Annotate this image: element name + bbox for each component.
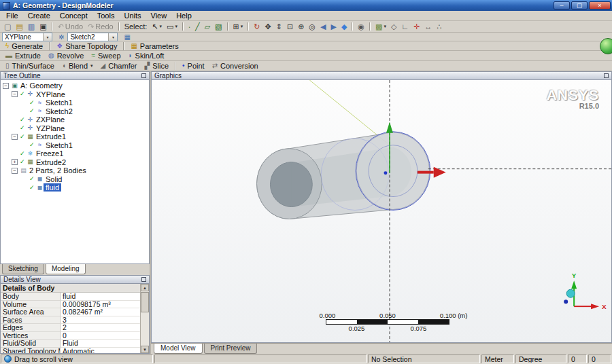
tab-modeling[interactable]: Modeling (46, 264, 86, 274)
next-view-icon[interactable]: ▶ (328, 22, 338, 32)
tree-item-extrude1-sketch1[interactable]: ✓ ≈ Sketch1 (1, 141, 149, 150)
details-row-value[interactable]: 0.00098175 m³ (61, 301, 140, 309)
expander-icon[interactable]: − (12, 91, 18, 97)
pin-icon[interactable] (141, 73, 146, 78)
display-style-icon[interactable]: ▩ ▾ (373, 22, 388, 32)
model-cylinder[interactable] (257, 132, 430, 219)
tab-model-view[interactable]: Model View (154, 344, 203, 354)
select-mode-icon[interactable]: ↖ ▾ (150, 22, 164, 32)
tree-item-freeze1[interactable]: ✓ ❄ Freeze1 (1, 149, 149, 158)
expander-icon[interactable]: + (12, 159, 18, 165)
tree-item-geometry[interactable]: − ▣ A: Geometry (1, 81, 149, 90)
menu-units[interactable]: Units (119, 12, 146, 20)
edge-filter-icon[interactable]: ╱ (193, 22, 202, 32)
pin-icon[interactable] (604, 73, 609, 78)
tree-item-fluid[interactable]: ✓ ◼ fluid (1, 183, 149, 192)
zoom-icon[interactable]: ⇕ (274, 22, 284, 32)
details-row[interactable]: Fluid/Solid Fluid (1, 340, 140, 348)
chamfer-button[interactable]: ◢ Chamfer (97, 62, 141, 71)
details-row[interactable]: Faces 3 (1, 316, 140, 325)
thin-surface-button[interactable]: ▯ Thin/Surface (2, 62, 58, 71)
tree-item-zxplane[interactable]: ✓ ✛ ZXPlane (1, 115, 149, 124)
tree-item-sketch2[interactable]: ✓ ≈ Sketch2 (1, 107, 149, 116)
plane-axes-icon[interactable]: ✲ (56, 33, 67, 41)
maximize-button[interactable]: ▢ (571, 1, 588, 10)
z-axis-sphere[interactable] (566, 289, 575, 297)
details-row-value[interactable]: Automatic (61, 348, 140, 354)
menu-help[interactable]: Help (171, 12, 197, 20)
details-row[interactable]: Shared Topology Method Automatic (1, 348, 140, 354)
details-row[interactable]: Body fluid (1, 293, 140, 301)
revolve-button[interactable]: ◍ Revolve (45, 52, 87, 60)
app-icon[interactable] (3, 2, 10, 10)
vertices-display-icon[interactable]: ∴ (435, 22, 443, 32)
vertex-filter-icon[interactable]: ∙ (186, 22, 192, 32)
green-sphere-icon[interactable] (600, 38, 612, 54)
isometric-view-icon[interactable]: ◆ (339, 22, 349, 32)
redo-button[interactable]: ↷ Redo (86, 22, 116, 32)
open-file-icon[interactable]: ▤ (14, 22, 24, 32)
look-at-face-icon[interactable]: ◉ (356, 22, 367, 32)
face-filter-icon[interactable]: ▱ (203, 22, 212, 32)
triad-toggle-icon[interactable]: ✛ (411, 22, 422, 32)
details-row-value[interactable]: Fluid (61, 340, 140, 348)
tree-item-solid[interactable]: ✓ ◼ Solid (1, 175, 149, 184)
measure-icon[interactable]: ↔ (422, 22, 434, 32)
expander-icon[interactable]: − (12, 134, 18, 140)
tree-item-yzplane[interactable]: ✓ ✛ YZPlane (1, 124, 149, 133)
menu-view[interactable]: View (146, 12, 172, 20)
rotate-view-icon[interactable]: ↻ (252, 22, 262, 32)
tree-item-extrude2[interactable]: + ✓ ▦ Extrude2 (1, 158, 149, 167)
new-sketch-icon[interactable]: ▦ (121, 33, 133, 41)
chevron-down-icon[interactable]: ▾ (108, 33, 117, 41)
expander-icon[interactable]: − (3, 83, 9, 89)
tree-item-sketch1[interactable]: ✓ ≈ Sketch1 (1, 98, 149, 107)
zoom-to-fit-icon[interactable]: ⊕ (296, 22, 306, 32)
scroll-thumb[interactable] (141, 292, 149, 312)
scroll-track[interactable] (141, 291, 149, 346)
box-zoom-icon[interactable]: ⊡ (285, 22, 295, 32)
tree-item-parts[interactable]: − ▤ 2 Parts, 2 Bodies (1, 166, 149, 175)
sweep-button[interactable]: ≈ Sweep (88, 52, 124, 60)
details-row[interactable]: Edges 2 (1, 324, 140, 332)
details-row-value[interactable]: fluid (61, 293, 140, 301)
export-image-icon[interactable]: ▣ (37, 22, 48, 32)
menu-concept[interactable]: Concept (55, 12, 92, 20)
conversion-button[interactable]: ⇄ Conversion (209, 62, 262, 71)
details-row[interactable]: Volume 0.00098175 m³ (1, 301, 140, 309)
scroll-down-icon[interactable]: ▼ (141, 346, 149, 353)
menu-create[interactable]: Create (23, 12, 55, 20)
body-filter-icon[interactable]: ▧ (213, 22, 224, 32)
new-file-icon[interactable]: ▢ (2, 22, 13, 32)
details-row-value[interactable]: 2 (61, 324, 140, 332)
orientation-triad[interactable]: Y X (564, 272, 607, 310)
details-scrollbar[interactable]: ▲ ▼ (140, 284, 149, 353)
details-row[interactable]: Vertices 0 (1, 332, 140, 340)
tab-sketching[interactable]: Sketching (2, 264, 44, 274)
pin-icon[interactable] (141, 277, 146, 282)
generate-button[interactable]: ϟ Generate (2, 41, 46, 50)
tree-item-xyplane[interactable]: − ✓ ✛ XYPlane (1, 90, 149, 99)
tree-item-extrude1[interactable]: − ✓ ▦ Extrude1 (1, 132, 149, 141)
origin-point[interactable] (384, 171, 387, 175)
previous-view-icon[interactable]: ◀ (318, 22, 328, 32)
box-select-icon[interactable]: ▭ ▾ (165, 22, 180, 32)
menu-tools[interactable]: Tools (92, 12, 120, 20)
skin-loft-button[interactable]: ◗ Skin/Loft (125, 52, 168, 60)
slice-button[interactable]: ▞ Slice (141, 62, 172, 71)
blend-button[interactable]: ◖ Blend ▾ (58, 62, 97, 71)
expander-icon[interactable]: − (12, 168, 18, 174)
ruler-toggle-icon[interactable]: ∟ (399, 22, 411, 32)
share-topology-button[interactable]: ❖ Share Topology (53, 41, 120, 50)
details-row[interactable]: Surface Area 0.082467 m² (1, 308, 140, 316)
sketch-selector[interactable]: Sketch2 ▾ (67, 33, 118, 41)
menu-file[interactable]: File (1, 12, 23, 20)
point-button[interactable]: • Point (179, 62, 208, 71)
undo-button[interactable]: ↶ Undo (56, 22, 86, 32)
pan-icon[interactable]: ✥ (262, 22, 273, 32)
details-row-value[interactable]: 0 (61, 332, 140, 340)
save-icon[interactable]: ▥ (26, 22, 37, 32)
magnifier-icon[interactable]: ◎ (307, 22, 318, 32)
extrude-button[interactable]: ▬ Extrude (2, 52, 44, 60)
wireframe-icon[interactable]: ◇ (389, 22, 398, 32)
